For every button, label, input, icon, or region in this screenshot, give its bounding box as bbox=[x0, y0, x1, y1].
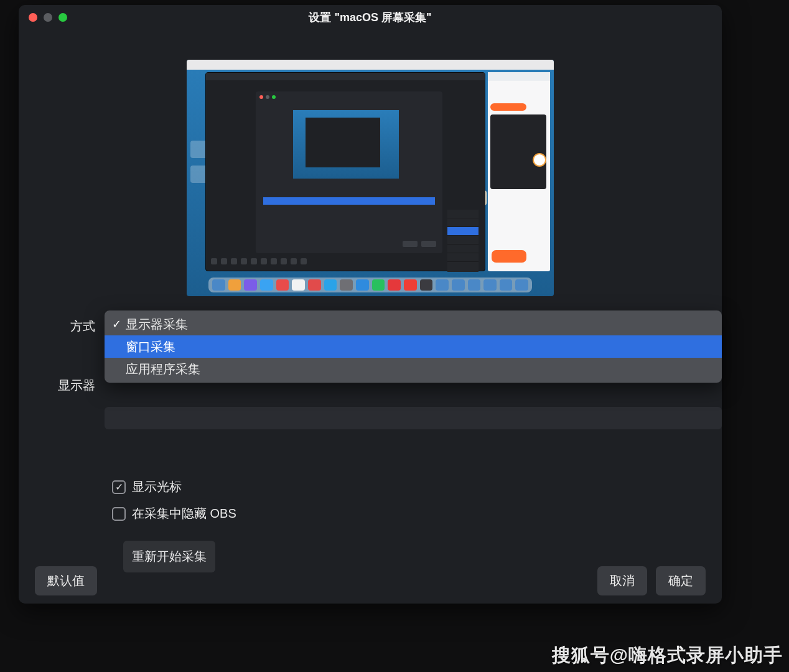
capture-preview bbox=[187, 60, 554, 296]
method-dropdown[interactable]: ✓ 显示器采集 窗口采集 应用程序采集 bbox=[105, 310, 722, 383]
dropdown-option-label: 窗口采集 bbox=[126, 338, 175, 355]
cancel-button[interactable]: 取消 bbox=[597, 566, 647, 595]
watermark: 搜狐号@嗨格式录屏小助手 bbox=[552, 643, 783, 668]
checkbox-group: 显示光标 在采集中隐藏 OBS bbox=[112, 478, 684, 522]
label-method: 方式 bbox=[56, 313, 103, 335]
dropdown-option-window[interactable]: 窗口采集 bbox=[105, 335, 722, 358]
traffic-lights bbox=[29, 13, 67, 22]
checkbox-show-cursor[interactable]: 显示光标 bbox=[112, 478, 684, 495]
row-method: 方式 ✓ 显示器采集 窗口采集 应用程序采集 bbox=[56, 313, 684, 335]
checkbox-label: 在采集中隐藏 OBS bbox=[132, 505, 236, 522]
checkbox-icon[interactable] bbox=[112, 480, 126, 494]
dropdown-option-label: 显示器采集 bbox=[126, 316, 188, 333]
display-select[interactable] bbox=[105, 407, 722, 429]
ok-button[interactable]: 确定 bbox=[656, 566, 706, 595]
maximize-icon[interactable] bbox=[58, 13, 67, 22]
dropdown-option-app[interactable]: 应用程序采集 bbox=[105, 358, 722, 380]
label-display: 显示器 bbox=[56, 372, 103, 394]
checkbox-hide-obs[interactable]: 在采集中隐藏 OBS bbox=[112, 505, 684, 522]
checkbox-label: 显示光标 bbox=[132, 478, 182, 495]
close-icon[interactable] bbox=[29, 13, 37, 22]
defaults-button[interactable]: 默认值 bbox=[35, 566, 97, 595]
dropdown-option-display[interactable]: ✓ 显示器采集 bbox=[105, 313, 722, 335]
settings-window: 设置 "macOS 屏幕采集" 方式 ✓ bbox=[19, 5, 722, 604]
minimize-icon[interactable] bbox=[44, 13, 52, 22]
footer: 默认值 取消 确定 bbox=[19, 558, 722, 604]
window-title: 设置 "macOS 屏幕采集" bbox=[19, 10, 722, 25]
form-area: 方式 ✓ 显示器采集 窗口采集 应用程序采集 显示器 bbox=[56, 313, 684, 572]
checkmark-icon: ✓ bbox=[112, 317, 126, 331]
titlebar: 设置 "macOS 屏幕采集" bbox=[19, 5, 722, 30]
dropdown-option-label: 应用程序采集 bbox=[126, 361, 200, 378]
checkbox-icon[interactable] bbox=[112, 507, 126, 521]
